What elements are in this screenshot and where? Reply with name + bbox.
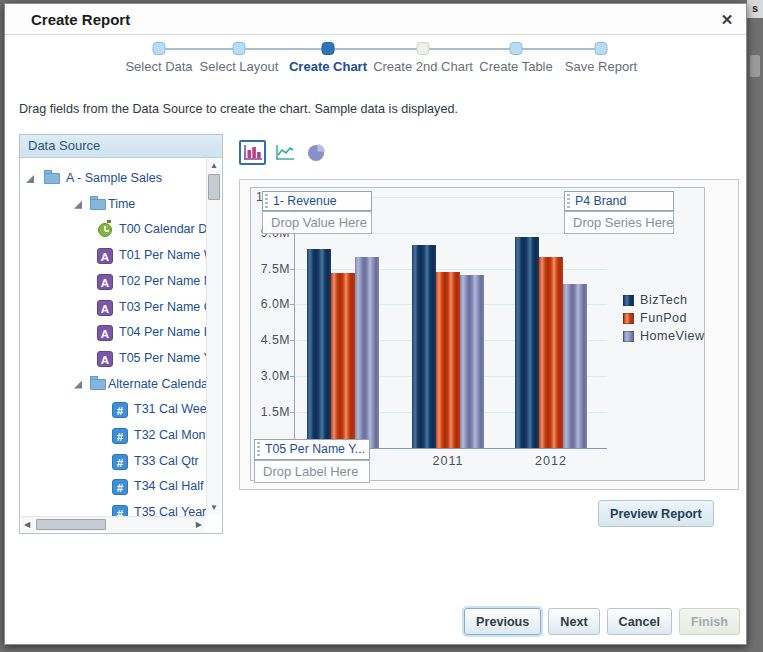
tree-item-label: A - Sample Sales [66,171,206,185]
step-node-save-report[interactable] [595,42,608,55]
pie-chart-icon[interactable] [303,140,330,165]
folder-icon [90,376,107,393]
scroll-up-icon[interactable]: ▲ [207,161,221,170]
step-node-create-table[interactable] [510,42,523,55]
next-button[interactable]: Next [548,608,599,635]
y-tick-label: 3.0M [256,369,290,383]
tree-item-label: T02 Per Name Mor [119,274,206,288]
y-tick-label: 7.5M [256,262,290,276]
close-icon[interactable]: ✕ [716,9,738,31]
bar-funpod-2012 [539,257,563,448]
previous-button[interactable]: Previous [464,608,541,635]
scroll-right-icon[interactable]: ▶ [196,520,202,529]
expand-triangle-icon[interactable] [74,201,82,209]
legend-item-biztech: BizTech [623,293,688,307]
scroll-left-icon[interactable]: ◀ [24,520,30,529]
step-node-select-data[interactable] [153,42,166,55]
create-report-dialog: Create Report ✕ Select DataSelect Layout… [4,3,747,645]
tree-item-label: Time [108,197,206,211]
y-axis-line [294,197,295,448]
tree-item-label: T00 Calendar Date [119,222,206,236]
tree-item-label: T03 Per Name Qtr [119,300,206,314]
data-source-panel: Data Source A - Sample SalesTimeT00 Cale… [19,134,223,534]
bar-homeview-2012 [563,284,587,448]
expand-triangle-icon[interactable] [26,175,34,183]
bar-chart-icon[interactable] [239,140,266,165]
expand-triangle-icon[interactable] [74,381,82,389]
y-tick-label: 4.5M [256,333,290,347]
data-source-tree: A - Sample SalesTimeT00 Calendar DateAT0… [20,158,222,533]
tree-item-t33-cal-qtr[interactable]: #T33 Cal Qtr [20,449,206,475]
step-label[interactable]: Save Report [565,59,637,74]
step-node-create-chart[interactable] [322,42,335,55]
step-node-create-2nd-chart[interactable] [417,42,430,55]
vertical-scrollbar-thumb[interactable] [208,174,220,200]
tree-item-label: T31 Cal Week [134,402,206,416]
drop-value-zone[interactable]: Drop Value Here [262,211,372,234]
series-field-chip[interactable]: P4 Brand [564,191,674,211]
legend-swatch [623,331,634,342]
tree-item-label: T01 Per Name Wee [119,248,206,262]
wizard-steps: Select DataSelect LayoutCreate ChartCrea… [5,35,746,83]
horizontal-scrollbar-thumb[interactable] [36,519,106,530]
scroll-down-icon[interactable]: ▼ [207,503,221,512]
x-tick-label: 2011 [432,454,463,468]
tree-item-time[interactable]: Time [20,192,206,218]
bar-biztech-2012 [515,237,539,448]
number-icon: # [112,427,129,444]
step-label[interactable]: Select Layout [200,59,279,74]
drop-label-zone[interactable]: Drop Label Here [254,460,370,483]
tree-vertical-scrollbar[interactable]: ▲ ▼ [206,159,221,514]
tree-item-alternate-calendars[interactable]: Alternate Calendars [20,372,206,398]
x-tick-label: 2012 [535,454,567,468]
preview-report-button[interactable]: Preview Report [598,500,714,527]
folder-icon [44,170,61,187]
tree-item-t01-per-name-wee[interactable]: AT01 Per Name Wee [20,243,206,269]
step-node-select-layout[interactable] [233,42,246,55]
tree-item-a-sample-sales[interactable]: A - Sample Sales [20,166,206,192]
tree-item-t05-per-name-yea[interactable]: AT05 Per Name Yea [20,346,206,372]
bar-homeview-group1 [355,257,379,448]
drop-series-zone[interactable]: Drop Series Here [564,211,674,234]
tree-item-label: T04 Per Name Half [119,325,206,339]
dialog-footer: PreviousNextCancelFinish [464,608,740,635]
step-label[interactable]: Create Chart [289,59,367,74]
line-chart-icon[interactable] [271,140,298,165]
bar-funpod-2011 [436,272,460,448]
chart-preview-container: 1- Revenue Drop Value Here P4 Brand Drop… [239,179,739,490]
sample-chart: 1- Revenue Drop Value Here P4 Brand Drop… [250,187,705,481]
tree-item-t00-calendar-date[interactable]: T00 Calendar Date [20,217,206,243]
step-label[interactable]: Create 2nd Chart [373,59,473,74]
tree-item-label: Alternate Calendars [108,377,206,391]
legend-label: BizTech [640,293,688,307]
step-label[interactable]: Create Table [479,59,552,74]
background-page-fragment: s [747,0,763,18]
legend-swatch [623,295,634,306]
tree-horizontal-scrollbar[interactable]: ◀ ▶ [21,516,205,532]
tree-item-t34-cal-half[interactable]: #T34 Cal Half [20,474,206,500]
data-source-header: Data Source [20,135,222,158]
finish-button: Finish [679,608,740,635]
label-field-chip[interactable]: T05 Per Name Y... [254,439,370,460]
dialog-titlebar: Create Report ✕ [5,4,746,35]
tree-item-t31-cal-week[interactable]: #T31 Cal Week [20,397,206,423]
legend-label: HomeView [640,329,705,343]
legend-swatch [623,313,634,324]
cancel-button[interactable]: Cancel [607,608,672,635]
drag-grip-icon [265,194,268,208]
clock-icon [97,221,114,238]
number-icon: # [112,401,129,418]
bar-homeview-2011 [460,275,484,448]
legend-item-funpod: FunPod [623,311,687,325]
legend-item-homeview: HomeView [623,329,705,343]
tree-item-t32-cal-month[interactable]: #T32 Cal Month [20,423,206,449]
chart-type-toolbar [239,140,330,165]
tree-item-t04-per-name-half[interactable]: AT04 Per Name Half [20,320,206,346]
step-label[interactable]: Select Data [125,59,192,74]
folder-icon [90,196,107,213]
alpha-icon: A [97,273,114,290]
tree-item-t03-per-name-qtr[interactable]: AT03 Per Name Qtr [20,295,206,321]
tree-item-t02-per-name-mor[interactable]: AT02 Per Name Mor [20,269,206,295]
value-field-chip[interactable]: 1- Revenue [262,191,372,211]
drag-grip-icon [257,442,260,457]
